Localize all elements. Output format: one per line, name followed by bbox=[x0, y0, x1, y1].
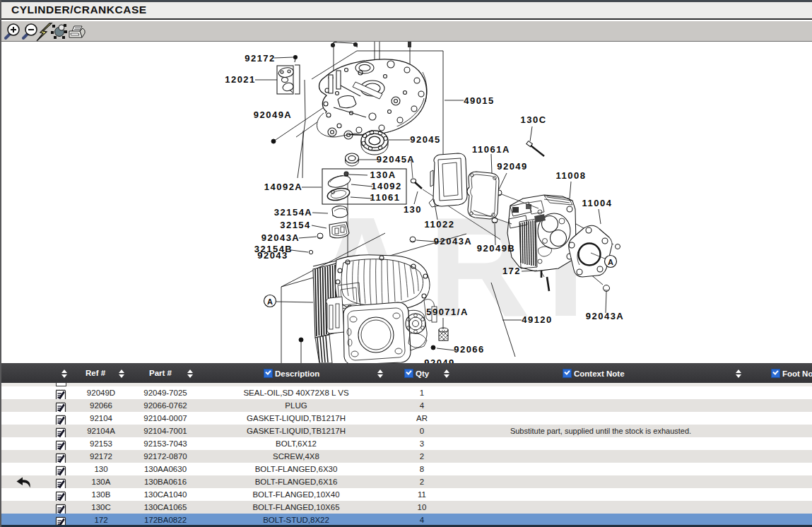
svg-text:130: 130 bbox=[404, 204, 422, 215]
svg-text:92172: 92172 bbox=[245, 53, 276, 64]
svg-text:11022: 11022 bbox=[425, 219, 455, 230]
svg-text:92045A: 92045A bbox=[377, 154, 416, 165]
svg-text:14092A: 14092A bbox=[264, 182, 303, 192]
svg-text:92043A: 92043A bbox=[261, 232, 300, 243]
svg-text:92049: 92049 bbox=[424, 357, 455, 363]
svg-text:A: A bbox=[267, 297, 273, 306]
svg-text:12021: 12021 bbox=[225, 74, 256, 85]
svg-text:49015: 49015 bbox=[464, 95, 495, 106]
svg-text:59071/A: 59071/A bbox=[426, 307, 469, 317]
svg-text:11008: 11008 bbox=[556, 170, 587, 181]
svg-text:A: A bbox=[608, 258, 613, 266]
svg-text:92043A: 92043A bbox=[434, 236, 473, 247]
svg-text:92043: 92043 bbox=[257, 250, 288, 261]
svg-text:92049A: 92049A bbox=[254, 109, 293, 120]
svg-text:32154: 32154 bbox=[280, 220, 311, 230]
svg-text:92049: 92049 bbox=[497, 161, 528, 172]
svg-text:92049B: 92049B bbox=[477, 243, 516, 254]
svg-text:92066: 92066 bbox=[454, 344, 485, 355]
svg-text:172: 172 bbox=[502, 266, 521, 276]
svg-text:130A: 130A bbox=[370, 170, 396, 180]
svg-text:92045: 92045 bbox=[410, 134, 441, 145]
svg-text:14092: 14092 bbox=[371, 181, 402, 191]
svg-text:130C: 130C bbox=[520, 114, 546, 125]
svg-text:92043A: 92043A bbox=[586, 311, 625, 321]
svg-text:11061: 11061 bbox=[370, 192, 401, 203]
svg-text:11061A: 11061A bbox=[472, 144, 510, 155]
svg-text:49120: 49120 bbox=[522, 314, 553, 325]
svg-text:32154A: 32154A bbox=[274, 207, 313, 218]
svg-text:11004: 11004 bbox=[582, 198, 613, 208]
